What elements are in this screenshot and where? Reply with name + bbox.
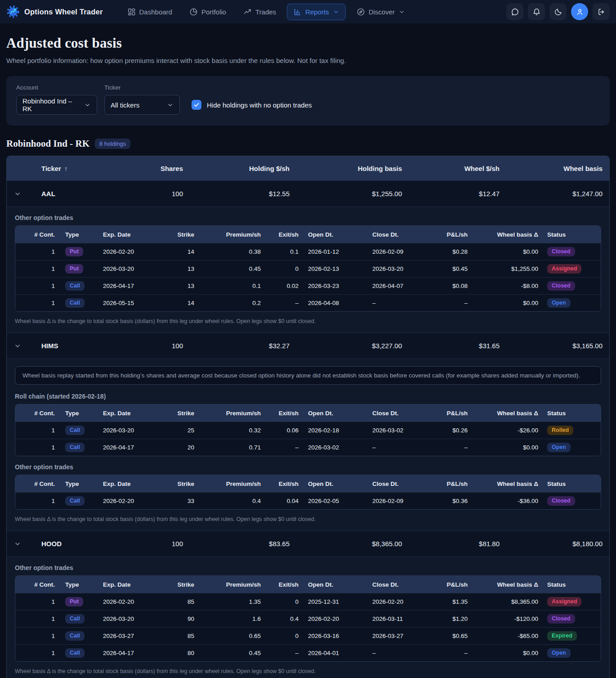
cell-pnl: – <box>426 650 468 656</box>
cell-ticker: HIMS <box>28 342 100 350</box>
nav-item-portfolio[interactable]: Portfolio <box>183 4 232 20</box>
cell-type: Call <box>55 298 103 308</box>
holding-row-HIMS[interactable]: HIMS100$32.27$3,227.00$31.65$3,165.00 <box>7 332 609 359</box>
brand: Options Wheel Trader <box>6 5 103 18</box>
holding-row-AAL[interactable]: AAL100$12.55$1,255.00$12.47$1,247.00 <box>7 180 609 207</box>
hide-holdings-checkbox-row[interactable]: Hide holdings with no option trades <box>192 95 312 115</box>
cell-type: Put <box>55 597 103 606</box>
cell-strike: 14 <box>157 248 194 255</box>
chevron-down-icon <box>167 102 174 108</box>
holdings-count-badge: 8 holdings <box>95 139 130 149</box>
cell-premium: 0.38 <box>194 248 261 255</box>
cell-type: Call <box>55 496 103 506</box>
dark-mode-button[interactable] <box>549 3 567 20</box>
cell-close: 2026-04-07 <box>372 283 426 289</box>
hide-holdings-checkbox[interactable] <box>192 100 201 110</box>
cell-type: Call <box>55 648 103 658</box>
trade-column-header: Type <box>55 231 103 238</box>
column-header-shares[interactable]: Shares <box>100 165 183 172</box>
expand-row-button[interactable] <box>7 342 28 350</box>
trade-column-header: Open Dt. <box>299 480 372 487</box>
cell-open: 2026-02-05 <box>299 498 372 504</box>
nav-item-trades[interactable]: Trades <box>237 4 282 20</box>
holding-detail-HOOD: Other option trades# Cont.TypeExp. DateS… <box>7 557 609 678</box>
cell-strike: 13 <box>157 283 194 289</box>
trades-table-header: # Cont.TypeExp. DateStrikePremium/shExit… <box>15 226 601 243</box>
trade-column-header: Exp. Date <box>103 231 157 238</box>
discover-compass-icon <box>357 8 365 16</box>
trade-column-header: Close Dt. <box>372 410 426 417</box>
account-label: Account <box>16 84 97 91</box>
trade-column-header: Wheel basis Δ <box>468 581 538 588</box>
cell-holding-basis: $8,365.00 <box>290 540 402 548</box>
nav-item-discover[interactable]: Discover <box>350 4 411 20</box>
trade-row: 1Call2026-04-17800.45–2026-04-01––$0.00O… <box>15 644 601 661</box>
column-header-holding-psh[interactable]: Holding $/sh <box>183 165 290 172</box>
cell-delta: $0.00 <box>468 300 538 306</box>
logout-button[interactable] <box>593 3 610 20</box>
nav-item-label: Trades <box>255 8 276 16</box>
cell-premium: 0.45 <box>194 265 261 272</box>
type-badge: Call <box>65 298 85 308</box>
trade-column-header: P&L/sh <box>426 480 468 487</box>
column-header-ticker[interactable]: Ticker ↑ <box>28 165 100 172</box>
column-header-holding-basis[interactable]: Holding basis <box>290 165 402 172</box>
account-select[interactable]: Robinhood Ind – RK <box>16 95 97 115</box>
trade-column-header: Type <box>55 480 103 487</box>
cell-cont: 1 <box>15 650 55 656</box>
chat-button[interactable] <box>506 3 523 20</box>
trade-column-header: Strike <box>157 480 194 487</box>
trade-column-header: Exit/sh <box>261 231 299 238</box>
cell-close: 2026-03-02 <box>372 427 426 434</box>
status-badge: Open <box>547 443 571 452</box>
wheel-basis-footnote: Wheel basis Δ is the change to total sto… <box>15 668 601 674</box>
cell-premium: 0.1 <box>194 283 261 289</box>
expand-row-button[interactable] <box>7 190 28 198</box>
cell-status: Closed <box>538 247 601 256</box>
profile-button[interactable] <box>571 3 588 20</box>
notifications-button[interactable] <box>528 3 545 20</box>
cell-pnl: $0.36 <box>426 498 468 504</box>
cell-exit: 0.02 <box>261 283 299 289</box>
trade-column-header: Status <box>538 410 601 417</box>
cell-status: Assigned <box>538 597 601 606</box>
type-badge: Call <box>65 614 85 624</box>
ticker-field: Ticker All tickers <box>104 84 180 115</box>
nav-item-reports[interactable]: Reports <box>287 4 346 20</box>
status-badge: Assigned <box>547 597 581 606</box>
nav-item-dashboard[interactable]: Dashboard <box>121 4 179 20</box>
cell-close: – <box>372 444 426 451</box>
status-badge: Open <box>547 298 571 308</box>
cell-shares: 100 <box>100 540 183 548</box>
cell-type: Call <box>55 281 103 291</box>
cell-delta: $1,255.00 <box>468 265 538 272</box>
cell-wheel-psh: $81.80 <box>402 540 500 548</box>
chevron-down-icon <box>14 190 21 198</box>
cell-shares: 100 <box>100 190 183 198</box>
ticker-select[interactable]: All tickers <box>104 95 180 115</box>
expand-row-button[interactable] <box>7 540 28 548</box>
trade-column-header: Open Dt. <box>299 581 372 588</box>
trade-row: 1Put2026-03-20130.4502026-02-132026-03-2… <box>15 260 601 277</box>
type-badge: Call <box>65 496 85 506</box>
trade-row: 1Put2026-02-20851.3502025-12-312026-02-2… <box>15 593 601 610</box>
trade-column-header: # Cont. <box>15 231 55 238</box>
sort-ascending-icon: ↑ <box>64 165 68 172</box>
cell-close: 2026-02-20 <box>372 598 426 605</box>
cell-status: Open <box>538 298 601 308</box>
holding-row-HOOD[interactable]: HOOD100$83.65$8,365.00$81.80$8,180.00 <box>7 530 609 557</box>
moon-icon <box>554 8 562 16</box>
column-header-wheel-basis[interactable]: Wheel basis <box>500 165 609 172</box>
column-header-wheel-psh[interactable]: Wheel $/sh <box>402 165 500 172</box>
cell-delta: $0.00 <box>468 650 538 656</box>
type-badge: Put <box>65 597 83 606</box>
cell-strike: 13 <box>157 265 194 272</box>
cell-close: 2026-02-09 <box>372 498 426 504</box>
trades-table-header: # Cont.TypeExp. DateStrikePremium/shExit… <box>15 576 601 593</box>
cell-premium: 0.45 <box>194 650 261 656</box>
trades-table-header: # Cont.TypeExp. DateStrikePremium/shExit… <box>15 404 601 422</box>
nav-actions <box>506 3 610 20</box>
cell-cont: 1 <box>15 598 55 605</box>
cell-close: 2026-03-11 <box>372 615 426 622</box>
status-badge: Closed <box>547 496 575 506</box>
